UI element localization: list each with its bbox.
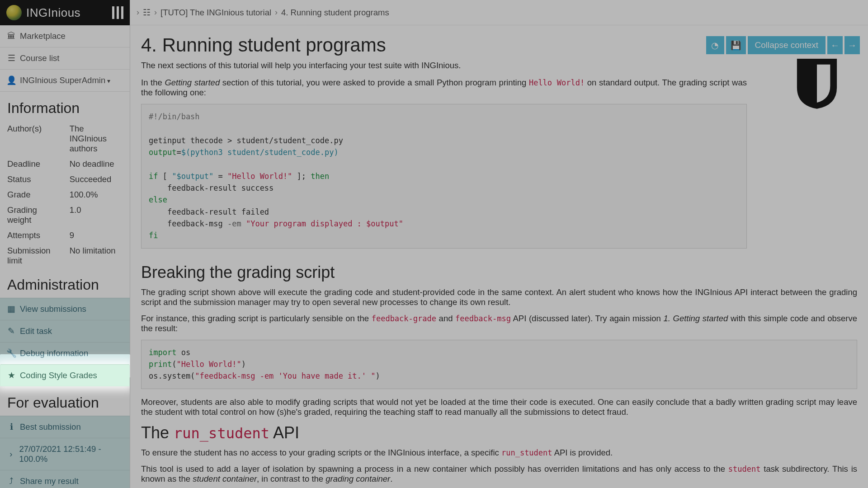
brand-header: INGInious [0,0,130,25]
info-label: Attempts [0,228,62,243]
info-label: Deadline [0,156,62,172]
info-value: No deadline [62,156,130,172]
page-title: 4. Running student programs [141,34,779,56]
sidebar-item-label: INGInious SuperAdmin [20,75,110,85]
info-icon: ℹ [7,422,15,432]
wrench-icon: 🔧 [7,348,15,358]
eval-share[interactable]: ⤴ Share my result [0,470,130,488]
info-value: 1.0 [62,202,130,228]
sidebar-item-label: Best submission [20,422,81,432]
evaluation-title: For evaluation [0,386,130,416]
share-icon: ⤴ [7,476,15,486]
paragraph: Moreover, students are also able to modi… [141,397,857,417]
list-icon: ☰ [7,53,15,63]
info-value: Succeeded [62,172,130,187]
sidebar-item-label: Edit task [20,326,52,336]
sidebar: INGInious 🏛 Marketplace ☰ Course list 👤 … [0,0,130,488]
paragraph: In the Getting started section of this t… [141,78,747,98]
info-value: No limitation [62,243,130,268]
eval-best-submission[interactable]: ℹ Best submission [0,416,130,438]
sidebar-item-label: Marketplace [20,31,66,41]
main-content: › ☷ › [TUTO] The INGInious tutorial › 4.… [130,0,868,488]
chevron-right-icon: › [154,8,157,17]
paragraph: To ensure the student has no access to y… [141,448,857,458]
content-area: 4. Running student programs The next sec… [130,25,868,488]
paragraph: For instance, this grading script is par… [141,314,857,333]
info-value: 100.0% [62,187,130,202]
sidebar-item-course-list[interactable]: ☰ Course list [0,47,130,70]
code-block-bash: #!/bin/bash getinput thecode > student/s… [141,104,747,249]
info-label: Grade [0,187,62,202]
menu-toggle-icon[interactable] [112,6,123,19]
sidebar-item-label: Coding Style Grades [20,371,97,380]
sidebar-item-marketplace[interactable]: 🏛 Marketplace [0,25,130,47]
info-label: Grading weight [0,202,62,228]
sidebar-item-label: Course list [20,53,59,63]
heading-run-student: The run_student API [141,423,857,442]
code-block-python: import os print("Hello World!") os.syste… [141,340,857,389]
star-icon: ★ [7,371,15,380]
admin-debug[interactable]: 🔧 Debug information [0,342,130,364]
admin-edit-task[interactable]: ✎ Edit task [0,320,130,342]
shield-icon [795,56,839,110]
intro-paragraph: The next sections of this tutorial will … [141,61,747,70]
user-icon: 👤 [7,75,15,85]
info-label: Submission limit [0,243,62,268]
breadcrumb: › ☷ › [TUTO] The INGInious tutorial › 4.… [130,0,868,25]
table-icon: ▦ [7,304,15,314]
breadcrumb-course[interactable]: [TUTO] The INGInious tutorial [160,8,271,18]
info-label: Status [0,172,62,187]
breadcrumb-home-icon[interactable]: ☷ [143,8,151,18]
breadcrumb-task[interactable]: 4. Running student programs [281,8,389,18]
heading-breaking: Breaking the grading script [141,263,857,282]
information-title: Information [0,92,130,121]
info-label: Author(s) [0,121,62,156]
brand-logo [6,5,22,20]
admin-view-submissions[interactable]: ▦ View submissions [0,298,130,320]
chevron-right-icon: › [137,8,139,17]
edit-icon: ✎ [7,326,15,336]
chevron-right-icon: › [7,449,15,459]
info-table: Author(s)The INGInious authors DeadlineN… [0,121,130,268]
sidebar-item-user[interactable]: 👤 INGInious SuperAdmin [0,70,130,92]
chevron-right-icon: › [275,8,278,17]
paragraph: The grading script shown above will exec… [141,287,857,307]
eval-submission-entry[interactable]: › 27/07/2021 12:51:49 - 100.0% [0,438,130,470]
administration-title: Administration [0,268,130,298]
paragraph: This tool is used to add a layer of isol… [141,464,857,484]
brand-name: INGInious [26,6,80,20]
info-value: 9 [62,228,130,243]
marketplace-icon: 🏛 [7,31,15,41]
admin-coding-style[interactable]: ★ Coding Style Grades [0,364,130,386]
sidebar-item-label: Share my result [20,476,79,486]
sidebar-item-label: Debug information [20,348,88,358]
sidebar-item-label: 27/07/2021 12:51:49 - 100.0% [19,444,123,464]
sidebar-item-label: View submissions [20,304,86,314]
info-value: The INGInious authors [62,121,130,156]
